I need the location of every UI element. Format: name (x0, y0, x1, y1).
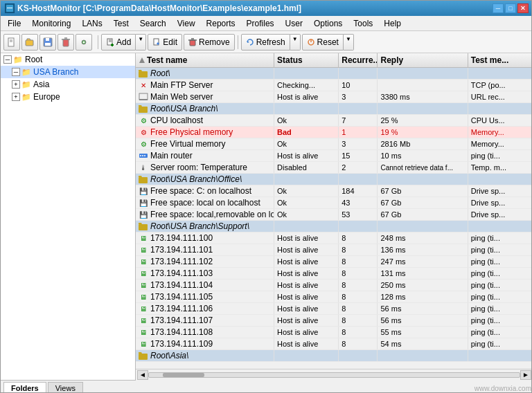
td-name: 🖥173.194.111.103 (136, 268, 274, 279)
table-row[interactable]: Root\Asia\ (136, 350, 532, 362)
menu-profiles[interactable]: Profiles (241, 17, 280, 30)
td-reply: 25 % (378, 115, 468, 126)
td-recur: 8 (339, 280, 378, 291)
table-row[interactable]: Root\ (136, 68, 532, 80)
tree-item-asia[interactable]: + 📁 Asia (1, 78, 135, 91)
table-row[interactable]: 🖥173.194.111.103 Host is alive 8 131 ms … (136, 268, 532, 280)
reset-button[interactable]: Reset (302, 34, 344, 51)
watermark: www.downxia.com (475, 385, 531, 392)
th-reply[interactable]: Reply (378, 53, 468, 67)
menu-lans[interactable]: LANs (76, 17, 107, 30)
maximize-button[interactable]: □ (505, 3, 516, 13)
remove-button[interactable]: Remove (184, 34, 235, 51)
td-reply: 248 ms (378, 232, 468, 244)
table-row[interactable]: 🖥173.194.111.102 Host is alive 8 247 ms … (136, 256, 532, 268)
expand-root[interactable]: ─ (3, 55, 12, 64)
td-recur: 8 (339, 315, 378, 326)
tree-item-root[interactable]: ─ 📁 Root (1, 53, 135, 66)
status-icon-ftp: ✕ (139, 80, 148, 90)
table-row[interactable]: Main router Host is alive 15 10 ms ping … (136, 150, 532, 162)
add-dropdown-button[interactable]: ▼ (136, 34, 146, 51)
td-recur (339, 68, 378, 79)
app-icon (5, 3, 15, 13)
add-button[interactable]: Add (101, 34, 136, 51)
table-row[interactable]: 💾 Free space: local,removable on loc... … (136, 209, 532, 221)
reset-dropdown-button[interactable]: ▼ (344, 34, 354, 51)
td-recur: 8 (339, 244, 378, 255)
scroll-right-button[interactable]: ► (520, 370, 531, 380)
td-status (274, 68, 339, 79)
toolbar-icon-settings[interactable] (76, 34, 92, 51)
group-folder-icon-support (139, 221, 148, 231)
menu-test[interactable]: Test (108, 17, 134, 30)
toolbar-icon-delete[interactable] (57, 34, 74, 51)
th-testme[interactable]: Test me... (468, 53, 532, 67)
menu-search[interactable]: Search (134, 17, 172, 30)
expand-usa[interactable]: ─ (12, 68, 20, 76)
menu-view[interactable]: View (172, 17, 201, 30)
scrollbar-track[interactable] (148, 372, 520, 378)
table-row[interactable]: 🖥173.194.111.106 Host is alive 8 56 ms p… (136, 303, 532, 315)
td-status: Ok (274, 197, 339, 208)
table-row[interactable]: 🖥173.194.111.104 Host is alive 8 250 ms … (136, 280, 532, 291)
scroll-left-button[interactable]: ◄ (137, 370, 148, 380)
menu-file[interactable]: File (2, 17, 26, 30)
table-row[interactable]: 🖥173.194.111.108 Host is alive 8 55 ms p… (136, 327, 532, 338)
table-row[interactable]: 🖥173.194.111.109 Host is alive 8 54 ms p… (136, 338, 532, 350)
table-row[interactable]: ⚙ CPU localhost Ok 7 25 % CPU Us... (136, 115, 532, 127)
toolbar-icon-new[interactable] (3, 34, 20, 51)
td-testme (468, 221, 532, 232)
menu-help[interactable]: Help (378, 17, 407, 30)
table-row[interactable]: 🖥173.194.111.107 Host is alive 8 56 ms p… (136, 315, 532, 327)
td-recur (339, 103, 378, 114)
status-icon-drive3: 💾 (139, 210, 148, 219)
th-status[interactable]: Status (274, 53, 339, 67)
refresh-button[interactable]: Refresh (241, 34, 290, 51)
table-row[interactable]: 🖥173.194.111.100 Host is alive 8 248 ms … (136, 232, 532, 244)
table-row[interactable]: 💾 Free space: local on localhost Ok 43 6… (136, 197, 532, 209)
status-icon-ip104: 🖥 (139, 280, 148, 290)
tab-views[interactable]: Views (48, 382, 83, 393)
tree-item-usa[interactable]: ─ 📁 USA Branch (1, 66, 135, 78)
td-name: 🖥173.194.111.101 (136, 244, 274, 255)
menu-tools[interactable]: Tools (348, 17, 378, 30)
toolbar-icon-open[interactable] (21, 34, 38, 51)
scrollbar-thumb[interactable] (163, 373, 204, 377)
table-row[interactable]: Root\USA Branch\ (136, 103, 532, 115)
table-row[interactable]: 🖥173.194.111.105 Host is alive 8 128 ms … (136, 291, 532, 303)
td-status: Host is alive (274, 338, 339, 349)
tree-item-europe[interactable]: + 📁 Europe (1, 91, 135, 103)
table-row[interactable]: Root\USA Branch\Office\ (136, 174, 532, 185)
td-testme: ping (ti... (468, 256, 532, 267)
toolbar-icon-save[interactable] (39, 34, 56, 51)
menu-user[interactable]: User (280, 17, 308, 30)
minimize-button[interactable]: ─ (493, 3, 504, 13)
table-row[interactable]: ⚙ Free Physical memory Bad 1 19 % Memory… (136, 127, 532, 138)
td-name: Main router (136, 150, 274, 161)
td-testme: ping (ti... (468, 268, 532, 279)
horizontal-scrollbar[interactable]: ◄ ► (136, 369, 532, 380)
table-row[interactable]: ✕ Main FTP Server Checking... 10 TCP (po… (136, 80, 532, 91)
td-testme: ping (ti... (468, 280, 532, 291)
expand-europe[interactable]: + (12, 93, 20, 101)
td-reply: 55 ms (378, 327, 468, 338)
table-row[interactable]: 🌡 Server room: Temperature Disabled 2 Ca… (136, 162, 532, 174)
refresh-dropdown-button[interactable]: ▼ (290, 34, 301, 51)
expand-asia[interactable]: + (12, 80, 20, 89)
table-row[interactable]: 🖥173.194.111.101 Host is alive 8 136 ms … (136, 244, 532, 256)
table-row[interactable]: 💾 Free space: C: on localhost Ok 184 67 … (136, 185, 532, 197)
table-row[interactable]: Main Web server Host is alive 3 3380 ms … (136, 91, 532, 103)
tree-label-europe: Europe (33, 92, 60, 102)
th-name[interactable]: Test name (136, 53, 274, 67)
menu-monitoring[interactable]: Monitoring (26, 17, 76, 30)
menu-reports[interactable]: Reports (201, 17, 241, 30)
menu-options[interactable]: Options (308, 17, 348, 30)
close-button[interactable]: ✕ (517, 3, 529, 13)
edit-button[interactable]: Edit (148, 34, 182, 51)
tab-folders[interactable]: Folders (3, 382, 46, 393)
td-recur: 1 (339, 127, 378, 138)
table-row[interactable]: ⚙ Free Virtual memory Ok 3 2816 Mb Memor… (136, 138, 532, 150)
th-recurrence[interactable]: Recurre... (339, 53, 378, 67)
table-row[interactable]: Root\USA Branch\Support\ (136, 221, 532, 232)
td-status: Host is alive (274, 268, 339, 279)
